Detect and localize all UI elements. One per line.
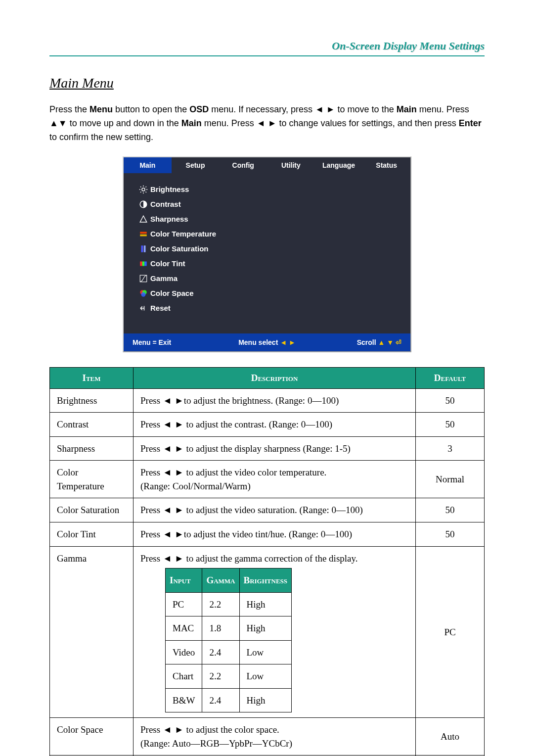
cell: Low	[239, 640, 292, 664]
osd-item-sharpness[interactable]: Sharpness	[136, 212, 398, 227]
cell: High	[239, 688, 292, 712]
cell-item: Sharpness	[50, 436, 134, 461]
left-right-arrows-icon: ◄ ►	[163, 724, 184, 735]
cell-item: Color Space	[50, 718, 134, 756]
cell: 2.2	[202, 664, 239, 689]
cell-desc: Press ◄ ► to adjust the video saturation…	[134, 498, 416, 522]
text: Press	[140, 553, 163, 564]
osd-tab-language[interactable]: Language	[315, 157, 363, 173]
osd-item-contrast[interactable]: Contrast	[136, 197, 398, 212]
cell-item: Color Temperature	[50, 461, 134, 498]
osd-item-label: Color Saturation	[150, 244, 209, 253]
contrast-icon	[136, 200, 150, 209]
svg-point-0	[142, 188, 145, 191]
sharpness-icon	[136, 215, 150, 224]
cell-desc: Press ◄ ► to adjust the gamma correction…	[134, 546, 416, 718]
text: to adjust the video color temperature.	[184, 467, 327, 477]
color-tint-icon	[136, 259, 150, 268]
osd-tabs: Main Setup Config Utility Language Statu…	[124, 157, 410, 173]
osd-item-gamma[interactable]: Gamma	[136, 271, 398, 286]
cell: Low	[239, 664, 292, 689]
page-header: On-Screen Display Menu Settings	[49, 40, 485, 56]
cell-desc: Press ◄ ►to adjust the video tint/hue. (…	[134, 522, 416, 546]
text: Press	[140, 724, 163, 735]
left-right-arrows-icon: ◄ ►	[163, 443, 184, 454]
cell-default: 50	[416, 388, 485, 413]
cell-desc: Press ◄ ► to adjust the display sharpnes…	[134, 436, 416, 461]
svg-line-6	[146, 191, 147, 192]
keyword-osd: OSD	[189, 104, 209, 114]
cell-default: 50	[416, 413, 485, 437]
osd-tab-main[interactable]: Main	[124, 157, 172, 173]
cell-default: 3	[416, 436, 485, 461]
svg-rect-15	[142, 261, 145, 266]
intro-paragraph: Press the Menu button to open the OSD me…	[49, 103, 485, 144]
osd-footer-center: Menu select ◄ ►	[222, 338, 312, 346]
section-title: Main Menu	[49, 75, 485, 91]
osd-screenshot: Main Setup Config Utility Language Statu…	[123, 156, 411, 352]
text: (Range: Auto—RGB—YpbPr—YCbCr)	[140, 738, 292, 749]
svg-rect-12	[141, 245, 143, 252]
reset-icon	[136, 304, 150, 313]
brightness-icon	[136, 185, 150, 194]
osd-item-tint[interactable]: Color Tint	[136, 256, 398, 271]
osd-body: Brightness Contrast Sharpness Color Temp…	[124, 173, 410, 333]
color-saturation-icon	[136, 244, 150, 253]
osd-item-label: Sharpness	[150, 215, 188, 223]
svg-rect-14	[140, 261, 142, 266]
svg-line-8	[146, 187, 147, 188]
text: menu. Press ◄ ► to change values for set…	[202, 118, 459, 128]
osd-tab-utility[interactable]: Utility	[267, 157, 315, 173]
text: button to open the	[113, 104, 189, 114]
cell-default: PC	[416, 546, 485, 718]
cell-default: Auto	[416, 718, 485, 756]
gamma-col-gamma: Gamma	[202, 568, 239, 593]
osd-item-label: Gamma	[150, 274, 178, 283]
svg-rect-16	[144, 261, 147, 266]
text: to adjust the contrast. (Range: 0—100)	[184, 419, 332, 429]
osd-tab-status[interactable]: Status	[362, 157, 410, 173]
text: Press	[140, 505, 163, 515]
cell: High	[239, 592, 292, 616]
left-right-arrows-icon: ◄ ►	[163, 553, 184, 564]
osd-footer-center-label: Menu select	[238, 338, 278, 346]
left-right-arrows-icon: ◄ ►	[163, 395, 184, 406]
cell-desc: Press ◄ ► to adjust the contrast. (Range…	[134, 413, 416, 437]
table-row: Brightness Press ◄ ►to adjust the bright…	[50, 388, 485, 413]
osd-tab-config[interactable]: Config	[219, 157, 267, 173]
osd-item-label: Brightness	[150, 185, 189, 193]
column-header-description: Description	[134, 367, 416, 388]
table-row: Color Space Press ◄ ► to adjust the colo…	[50, 718, 485, 756]
osd-item-brightness[interactable]: Brightness	[136, 182, 398, 197]
cell-item: Color Saturation	[50, 498, 134, 522]
osd-item-saturation[interactable]: Color Saturation	[136, 241, 398, 256]
text: to adjust the video saturation. (Range: …	[184, 505, 363, 515]
cell-desc: Press ◄ ► to adjust the color space.(Ran…	[134, 718, 416, 756]
cell: 2.4	[202, 688, 239, 712]
up-down-arrows-icon: ▲ ▼ ⏎	[376, 338, 401, 346]
svg-rect-13	[144, 245, 146, 252]
keyword-menu: Menu	[89, 104, 113, 114]
cell: Chart	[166, 664, 202, 689]
table-row: Contrast Press ◄ ► to adjust the contras…	[50, 413, 485, 437]
table-row: Sharpness Press ◄ ► to adjust the displa…	[50, 436, 485, 461]
text: Press the	[49, 104, 89, 114]
osd-item-reset[interactable]: Reset	[136, 301, 398, 316]
cell-default: Normal	[416, 461, 485, 498]
osd-tab-setup[interactable]: Setup	[172, 157, 220, 173]
osd-item-colorspace[interactable]: Color Space	[136, 286, 398, 301]
text: Press	[140, 443, 163, 454]
color-temperature-icon	[136, 230, 150, 238]
osd-item-colortemp[interactable]: Color Temperature	[136, 227, 398, 241]
left-right-arrows-icon: ◄ ►	[163, 529, 184, 539]
cell-item: Color Tint	[50, 522, 134, 546]
text: menu. If necessary, press ◄ ► to move to…	[209, 104, 396, 114]
table-row: Color Tint Press ◄ ►to adjust the video …	[50, 522, 485, 546]
gamma-sub-table: Input Gamma Brightness PC2.2High MAC1.8H…	[165, 568, 408, 712]
cell: High	[239, 616, 292, 641]
osd-footer-left: Menu = Exit	[133, 338, 222, 346]
text: to confirm the new setting.	[49, 132, 153, 142]
left-right-arrows-icon: ◄ ►	[163, 467, 184, 477]
text: to adjust the brightness. (Range: 0—100)	[184, 395, 339, 406]
osd-footer-right-label: Scroll	[357, 338, 376, 346]
